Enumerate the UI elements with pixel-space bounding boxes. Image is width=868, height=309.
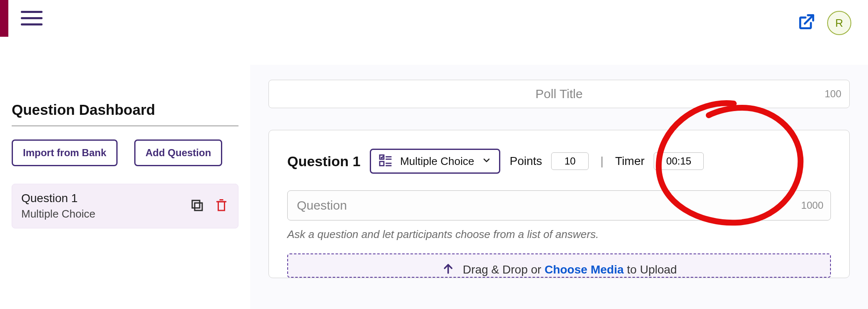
svg-rect-1 <box>195 203 202 210</box>
topbar: R <box>0 0 868 42</box>
multiple-choice-icon <box>379 153 393 169</box>
question-list-item[interactable]: Question 1 Multiple Choice <box>12 184 238 228</box>
topbar-left <box>0 0 43 42</box>
question-char-counter: 1000 <box>801 200 823 211</box>
sidebar-divider <box>12 126 238 126</box>
delete-icon[interactable] <box>214 198 229 214</box>
hamburger-menu[interactable] <box>21 11 43 25</box>
sidebar-title: Question Dashboard <box>12 101 238 118</box>
question-input-wrap: 1000 <box>287 190 831 220</box>
svg-rect-3 <box>218 202 225 210</box>
layout: Question Dashboard Import from Bank Add … <box>0 65 868 309</box>
question-helper-text: Ask a question and let participants choo… <box>287 228 831 241</box>
main: 100 Question 1 <box>250 65 868 309</box>
timer-label: Timer <box>615 154 645 168</box>
avatar-initial: R <box>835 17 843 30</box>
question-type-text: Multiple Choice <box>400 155 474 168</box>
avatar[interactable]: R <box>827 11 851 35</box>
question-header-row: Question 1 <box>287 149 831 174</box>
sidebar: Question Dashboard Import from Bank Add … <box>0 65 250 309</box>
question-item-title: Question 1 <box>21 192 95 205</box>
points-input[interactable] <box>551 152 589 170</box>
poll-title-wrap: 100 <box>268 80 850 108</box>
import-from-bank-button[interactable]: Import from Bank <box>12 139 118 166</box>
main-inner: 100 Question 1 <box>250 80 868 278</box>
upload-icon <box>441 263 463 276</box>
chevron-down-icon <box>482 155 492 167</box>
duplicate-icon[interactable] <box>190 198 205 214</box>
svg-rect-2 <box>192 200 200 208</box>
upload-text-post: to Upload <box>627 263 677 276</box>
svg-line-0 <box>805 15 813 24</box>
question-type-select[interactable]: Multiple Choice <box>370 149 501 174</box>
points-label: Points <box>509 154 542 168</box>
poll-title-input[interactable] <box>268 80 850 108</box>
question-text-input[interactable] <box>287 190 831 220</box>
question-item-type: Multiple Choice <box>21 208 95 220</box>
choose-media-link[interactable]: Choose Media <box>544 263 624 276</box>
poll-title-char-counter: 100 <box>825 88 841 100</box>
question-card: Question 1 <box>268 130 850 278</box>
upload-text-pre: Drag & Drop or <box>463 263 544 276</box>
media-upload-area[interactable]: Drag & Drop or Choose Media to Upload <box>287 253 831 278</box>
sidebar-buttons: Import from Bank Add Question <box>12 139 238 166</box>
question-item-actions <box>190 198 229 214</box>
timer-input[interactable] <box>654 152 704 170</box>
question-list-item-text: Question 1 Multiple Choice <box>21 192 95 220</box>
vertical-divider: | <box>598 154 606 168</box>
popout-icon[interactable] <box>797 13 815 33</box>
question-number-label: Question 1 <box>287 153 361 170</box>
brand-color-tab <box>0 0 8 37</box>
add-question-button[interactable]: Add Question <box>134 139 222 166</box>
svg-rect-5 <box>380 162 384 166</box>
topbar-right: R <box>797 11 851 35</box>
